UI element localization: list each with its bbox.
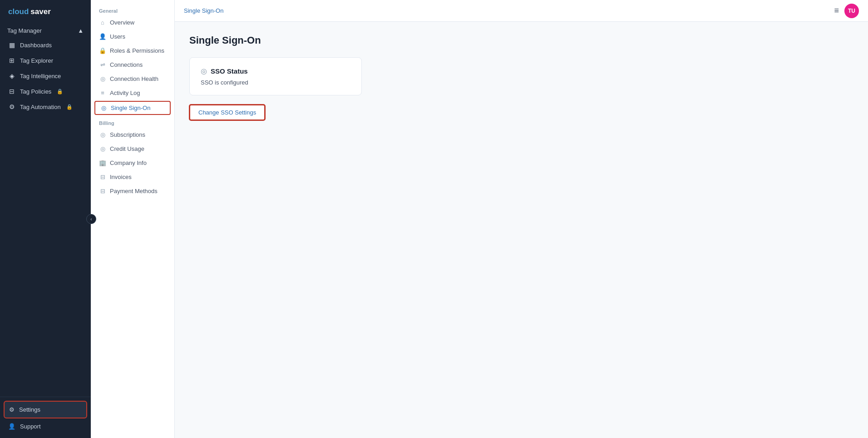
tag-automation-icon: ⚙ — [8, 103, 15, 110]
support-nav-item[interactable]: 👤 Support — [4, 418, 87, 434]
sidebar-item-label: Dashboards — [20, 42, 52, 49]
support-label: Support — [20, 423, 41, 430]
users-icon: 👤 — [99, 33, 106, 40]
subscriptions-icon: ◎ — [99, 131, 106, 138]
nav-label: Payment Methods — [110, 188, 158, 194]
home-icon: ⌂ — [99, 19, 106, 26]
breadcrumb-text: Single Sign-On — [184, 7, 223, 14]
menu-icon[interactable]: ≡ — [834, 6, 839, 15]
top-bar-actions: ≡ TU — [834, 4, 859, 18]
grid-icon: ▦ — [8, 41, 15, 49]
nav-item-activity-log[interactable]: ≡ Activity Log — [91, 86, 174, 100]
settings-icon: ⚙ — [9, 406, 15, 413]
sso-status-card: ◎ SSO Status SSO is configured — [189, 57, 362, 95]
nav-label: Invoices — [110, 174, 132, 180]
nav-label: Activity Log — [110, 90, 140, 96]
nav-label: Credit Usage — [110, 145, 144, 152]
secondary-sidebar: General ⌂ Overview 👤 Users 🔒 Roles & Per… — [91, 0, 175, 438]
credit-icon: ◎ — [99, 145, 106, 152]
sidebar-item-label: Tag Automation — [20, 104, 61, 110]
logo-saver: saver — [30, 7, 50, 16]
lock-icon: 🔒 — [99, 47, 106, 54]
sidebar-item-tag-intelligence[interactable]: ◈ Tag Intelligence — [4, 69, 87, 83]
tag-explorer-icon: ⊞ — [8, 57, 15, 64]
nav-label: Users — [110, 33, 125, 40]
nav-item-subscriptions[interactable]: ◎ Subscriptions — [91, 128, 174, 142]
top-bar: Single Sign-On ≡ TU — [175, 0, 868, 22]
sidebar-item-tag-automation[interactable]: ⚙ Tag Automation 🔒 — [4, 100, 87, 114]
tag-manager-label: Tag Manager — [7, 27, 42, 34]
company-icon: 🏢 — [99, 159, 106, 166]
sso-status-icon: ◎ — [201, 67, 207, 75]
sidebar-item-tag-policies[interactable]: ⊟ Tag Policies 🔒 — [4, 84, 87, 99]
nav-label: Company Info — [110, 159, 147, 166]
nav-item-overview[interactable]: ⌂ Overview — [91, 15, 174, 30]
nav-item-payment-methods[interactable]: ⊟ Payment Methods — [91, 184, 174, 198]
chevron-up-icon: ▲ — [78, 27, 84, 34]
sso-card-header: ◎ SSO Status — [201, 67, 350, 75]
general-section-label: General — [91, 4, 174, 15]
support-icon: 👤 — [8, 423, 15, 430]
sidebar-item-label: Tag Intelligence — [20, 73, 61, 80]
sso-icon: ◎ — [100, 105, 107, 111]
connections-icon: ⇌ — [99, 61, 106, 68]
sidebar-bottom: ⚙ Settings 👤 Support — [0, 397, 91, 438]
nav-item-roles-permissions[interactable]: 🔒 Roles & Permissions — [91, 44, 174, 58]
page-title: Single Sign-On — [189, 35, 853, 46]
sidebar-item-tag-explorer[interactable]: ⊞ Tag Explorer — [4, 53, 87, 68]
nav-item-company-info[interactable]: 🏢 Company Info — [91, 156, 174, 170]
nav-label: Single Sign-On — [111, 105, 150, 111]
lock-icon: 🔒 — [57, 89, 63, 95]
list-icon: ≡ — [99, 90, 106, 96]
lock-icon: 🔒 — [66, 104, 73, 110]
sidebar-item-dashboards[interactable]: ▦ Dashboards — [4, 38, 87, 52]
breadcrumb: Single Sign-On — [184, 7, 223, 14]
page-content: Single Sign-On ◎ SSO Status SSO is confi… — [175, 22, 868, 438]
logo: cloudsaver — [0, 0, 91, 24]
nav-item-credit-usage[interactable]: ◎ Credit Usage — [91, 142, 174, 156]
nav-label: Overview — [110, 19, 134, 26]
nav-label: Connection Health — [110, 75, 158, 82]
change-sso-settings-button[interactable]: Change SSO Settings — [189, 105, 265, 120]
invoices-icon: ⊟ — [99, 174, 106, 180]
tag-intelligence-icon: ◈ — [8, 72, 15, 80]
sidebar-collapse-button[interactable]: ‹ — [86, 214, 96, 224]
nav-item-users[interactable]: 👤 Users — [91, 30, 174, 44]
avatar[interactable]: TU — [844, 4, 859, 18]
sso-card-title: SSO Status — [211, 67, 248, 75]
tag-manager-section[interactable]: Tag Manager ▲ — [0, 24, 91, 36]
sidebar-item-label: Tag Explorer — [20, 57, 53, 64]
nav-label: Roles & Permissions — [110, 47, 164, 54]
nav-item-invoices[interactable]: ⊟ Invoices — [91, 170, 174, 184]
sidebar-nav: ▦ Dashboards ⊞ Tag Explorer ◈ Tag Intell… — [0, 36, 91, 116]
tag-policies-icon: ⊟ — [8, 88, 15, 95]
nav-item-connection-health[interactable]: ◎ Connection Health — [91, 72, 174, 86]
sidebar: cloudsaver Tag Manager ▲ ▦ Dashboards ⊞ … — [0, 0, 91, 438]
nav-label: Connections — [110, 61, 143, 68]
main-area: Single Sign-On ≡ TU Single Sign-On ◎ SSO… — [175, 0, 868, 438]
nav-item-connections[interactable]: ⇌ Connections — [91, 58, 174, 72]
settings-nav-item[interactable]: ⚙ Settings — [4, 401, 87, 418]
health-icon: ◎ — [99, 75, 106, 82]
settings-label: Settings — [19, 406, 40, 413]
billing-section-label: Billing — [91, 116, 174, 128]
logo-cloud: cloud — [8, 7, 29, 16]
nav-item-single-sign-on[interactable]: ◎ Single Sign-On — [94, 101, 171, 115]
sidebar-item-label: Tag Policies — [20, 88, 51, 95]
payment-icon: ⊟ — [99, 188, 106, 194]
nav-label: Subscriptions — [110, 131, 145, 138]
sso-card-status-text: SSO is configured — [201, 79, 350, 86]
